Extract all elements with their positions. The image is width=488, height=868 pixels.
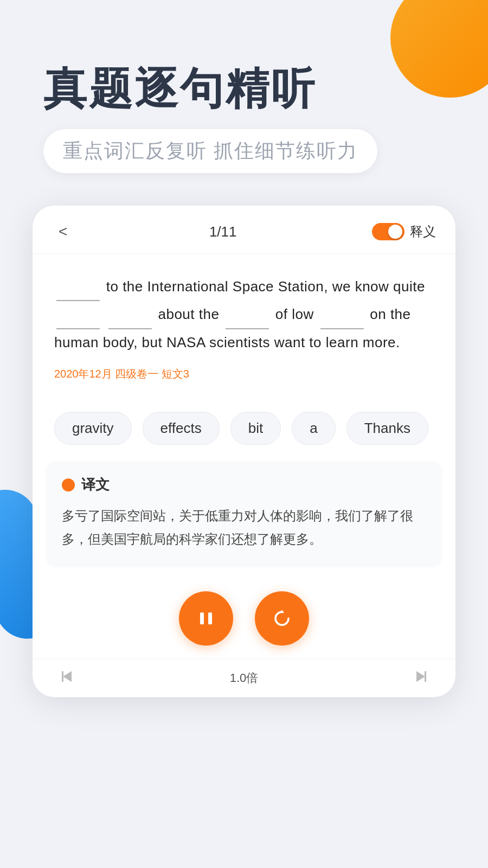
subtitle-pill: 重点词汇反复听 抓住细节练听力 (43, 129, 377, 173)
speed-text[interactable]: 1.0倍 (230, 670, 259, 686)
blank (56, 273, 100, 301)
svg-rect-6 (425, 671, 426, 682)
next-icon (413, 669, 428, 684)
blank (56, 301, 100, 329)
replay-button[interactable] (255, 591, 309, 646)
prev-track-button[interactable] (60, 669, 75, 687)
pause-icon (196, 609, 216, 628)
word-chip-bit[interactable]: bit (230, 412, 281, 445)
header-section: 真题逐句精听 重点词汇反复听 抓住细节练听力 (0, 0, 488, 195)
sentence-content: to the International Space Station, we k… (33, 254, 455, 397)
card-header: < 1/11 释义 (33, 206, 455, 254)
svg-rect-4 (62, 671, 63, 682)
page-counter: 1/11 (209, 224, 237, 240)
svg-marker-5 (416, 671, 425, 682)
translation-body: 多亏了国际空间站，关于低重力对人体的影响，我们了解了很多，但美国宇航局的科学家们… (62, 504, 426, 551)
sentence-text: to the International Space Station, we k… (54, 273, 434, 356)
prev-icon (60, 669, 75, 684)
word-options: gravity effects bit a Thanks (33, 397, 455, 456)
word-chip-effects[interactable]: effects (143, 412, 220, 445)
svg-rect-0 (200, 612, 204, 624)
translation-header: 译文 (62, 475, 426, 494)
pause-button[interactable] (179, 591, 233, 646)
subtitle-text: 重点词汇反复听 抓住细节练听力 (63, 139, 358, 162)
svg-rect-1 (208, 612, 212, 624)
word-chip-thanks[interactable]: Thanks (346, 412, 428, 445)
toggle-area: 释义 (372, 223, 436, 240)
blank (108, 301, 152, 329)
toggle-switch[interactable] (372, 223, 404, 240)
word-chip-gravity[interactable]: gravity (54, 412, 132, 445)
word-chip-a[interactable]: a (292, 412, 335, 445)
phone-card: < 1/11 释义 to the International Space Sta… (33, 206, 455, 697)
bottom-bar: 1.0倍 (33, 659, 455, 697)
translation-title: 译文 (81, 475, 110, 494)
back-button[interactable]: < (52, 221, 74, 242)
blank (226, 301, 269, 329)
translation-section: 译文 多亏了国际空间站，关于低重力对人体的影响，我们了解了很多，但美国宇航局的科… (46, 461, 442, 567)
blank (320, 301, 364, 329)
main-title: 真题逐句精听 (43, 65, 455, 113)
toggle-label: 释义 (410, 223, 436, 240)
replay-icon (272, 609, 292, 628)
orange-dot-icon (62, 478, 75, 492)
controls-row (33, 580, 455, 659)
source-text: 2020年12月 四级卷一 短文3 (54, 367, 434, 381)
next-track-button[interactable] (413, 669, 428, 687)
svg-marker-3 (63, 671, 72, 682)
